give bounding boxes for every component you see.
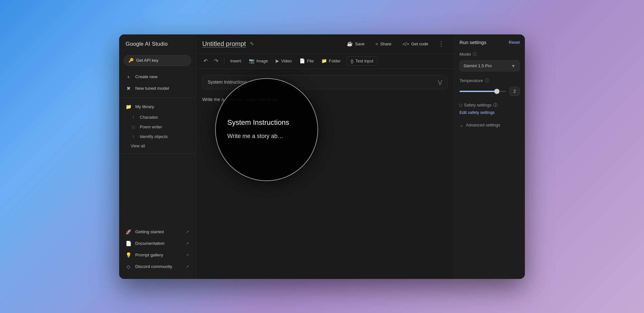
model-label-row: Model ⓘ xyxy=(459,51,520,57)
new-tuned-model-label: New tuned model xyxy=(135,86,169,91)
advanced-settings-row[interactable]: ⌄ Advanced settings xyxy=(459,123,520,128)
file-button[interactable]: 📄 File xyxy=(296,56,317,65)
identify-objects-label: Identify objects xyxy=(140,134,168,139)
prompt-gallery-link[interactable]: 💡 Prompt gallery ↗ xyxy=(119,249,195,261)
safety-section: □ Safety settings ⓘ Edit safety settings xyxy=(459,102,520,115)
sidebar-bottom: 🚀 Getting started ↗ 📄 Documentation ↗ 💡 … xyxy=(119,226,195,272)
video-button[interactable]: ▶ Video xyxy=(272,56,295,65)
sidebar-item-poem-writer[interactable]: □ Poem writer xyxy=(119,122,195,132)
share-label: Share xyxy=(380,41,392,46)
sidebar-item-charades[interactable]: ⁝ Charades xyxy=(119,113,195,122)
temperature-section: Temperature ⓘ 2 xyxy=(459,78,520,96)
video-icon: ▶ xyxy=(276,58,279,63)
toolbar: ↶ ↷ Insert: 📷 Image ▶ Video 📄 File 📁 Fol… xyxy=(196,54,454,69)
poem-writer-label: Poem writer xyxy=(140,124,162,129)
insert-label: Insert: xyxy=(228,57,244,65)
key-icon: 🔑 xyxy=(128,58,134,63)
temperature-label: Temperature xyxy=(459,78,483,83)
editor-area[interactable]: System Instructions ⋁ Write me a story a… xyxy=(196,69,454,279)
gallery-icon: 💡 xyxy=(126,252,131,258)
discord-icon: ◇ xyxy=(126,264,131,270)
header-actions: ☕ Save < Share </> Get code ⋮ xyxy=(342,38,448,50)
model-section: Model ⓘ Gemini 1.5 Pro ▼ xyxy=(459,51,520,71)
new-tuned-model-button[interactable]: ✖ New tuned model xyxy=(119,83,195,94)
temperature-slider[interactable] xyxy=(459,91,506,92)
safety-info-icon[interactable]: ⓘ xyxy=(493,102,497,108)
get-code-button[interactable]: </> Get code xyxy=(398,39,433,49)
model-select-dropdown[interactable]: Gemini 1.5 Pro ▼ xyxy=(459,60,520,71)
library-icon: 📁 xyxy=(126,104,131,110)
charades-label: Charades xyxy=(140,115,158,120)
edit-title-icon[interactable]: ✎ xyxy=(250,41,254,47)
discord-community-link[interactable]: ◇ Discord community ↗ xyxy=(119,261,195,272)
sidebar: Google AI Studio 🔑 Get API key + Create … xyxy=(119,34,196,279)
get-api-key-button[interactable]: 🔑 Get API key xyxy=(124,55,191,66)
api-key-label: Get API key xyxy=(136,58,158,63)
view-all-label: View all xyxy=(131,143,145,148)
system-instructions-label: System Instructions xyxy=(208,79,247,85)
folder-label: Folder xyxy=(329,59,341,63)
shield-icon: □ xyxy=(459,103,462,107)
docs-icon: 📄 xyxy=(126,241,131,246)
model-label: Model xyxy=(459,52,471,57)
plus-icon: + xyxy=(126,74,131,80)
run-settings-panel: Run settings Reset Model ⓘ Gemini 1.5 Pr… xyxy=(454,34,525,279)
run-settings-header: Run settings Reset xyxy=(459,40,520,45)
run-settings-title: Run settings xyxy=(459,40,486,45)
create-new-label: Create new xyxy=(135,74,157,79)
main-header: Untitled prompt ✎ ☕ Save < Share </> Get… xyxy=(196,34,454,54)
file-icon: 📄 xyxy=(299,58,305,63)
getting-started-link[interactable]: 🚀 Getting started ↗ xyxy=(119,226,195,238)
app-title: Google AI Studio xyxy=(119,41,195,55)
safety-label: Safety settings xyxy=(464,103,491,107)
view-all-button[interactable]: View all xyxy=(119,142,195,150)
documentation-link[interactable]: 📄 Documentation ↗ xyxy=(119,238,195,249)
folder-button[interactable]: 📁 Folder xyxy=(318,56,344,65)
save-button[interactable]: ☕ Save xyxy=(342,39,369,49)
tuned-model-icon: ✖ xyxy=(126,86,131,91)
external-link-icon-4: ↗ xyxy=(186,264,189,269)
safety-label-row: □ Safety settings ⓘ xyxy=(459,102,520,108)
prompt-title: Untitled prompt xyxy=(202,40,246,48)
more-options-button[interactable]: ⋮ xyxy=(435,38,448,50)
doc-icon: □ xyxy=(131,124,136,130)
rocket-icon: 🚀 xyxy=(126,229,131,235)
redo-button[interactable]: ↷ xyxy=(212,56,221,66)
external-link-icon-3: ↗ xyxy=(186,253,189,257)
toolbar-divider xyxy=(224,58,224,64)
magnifier-overlay: System Instructions Write me a story ab… xyxy=(215,78,318,181)
share-button[interactable]: < Share xyxy=(371,39,396,49)
temperature-info-icon[interactable]: ⓘ xyxy=(485,78,489,84)
temperature-row: 2 xyxy=(459,87,520,96)
image-icon: 📷 xyxy=(249,58,254,63)
sidebar-divider-1 xyxy=(119,97,195,98)
sidebar-item-identify-objects[interactable]: ⁝ Identify objects xyxy=(119,132,195,142)
model-info-icon[interactable]: ⓘ xyxy=(473,51,477,57)
external-link-icon-2: ↗ xyxy=(186,241,189,246)
magnifier-label: System Instructions xyxy=(227,118,289,127)
image-label: Image xyxy=(256,59,268,63)
image-button[interactable]: 📷 Image xyxy=(246,56,271,65)
magnifier-body: Write me a story ab… xyxy=(227,132,283,141)
documentation-label: Documentation xyxy=(135,241,165,246)
grid-icon: ⁝ xyxy=(131,115,136,120)
create-new-button[interactable]: + Create new xyxy=(119,71,195,83)
temperature-value: 2 xyxy=(509,87,520,96)
share-icon: < xyxy=(375,41,378,47)
sidebar-divider-2 xyxy=(119,153,195,154)
save-icon: ☕ xyxy=(347,41,353,47)
my-library-item[interactable]: 📁 My library xyxy=(119,101,195,113)
undo-button[interactable]: ↶ xyxy=(201,56,210,66)
get-code-label: Get code xyxy=(411,41,428,46)
save-label: Save xyxy=(355,41,365,46)
code-icon: </> xyxy=(402,41,410,47)
main-content: Untitled prompt ✎ ☕ Save < Share </> Get… xyxy=(196,34,454,279)
reset-button[interactable]: Reset xyxy=(509,40,520,45)
slider-thumb xyxy=(494,89,499,94)
test-input-icon: {} xyxy=(351,59,354,63)
file-label: File xyxy=(307,59,314,63)
prompt-gallery-label: Prompt gallery xyxy=(135,253,163,257)
external-link-icon-1: ↗ xyxy=(186,230,189,234)
test-input-button[interactable]: {} Test input xyxy=(346,56,377,66)
edit-safety-link[interactable]: Edit safety settings xyxy=(459,110,520,115)
